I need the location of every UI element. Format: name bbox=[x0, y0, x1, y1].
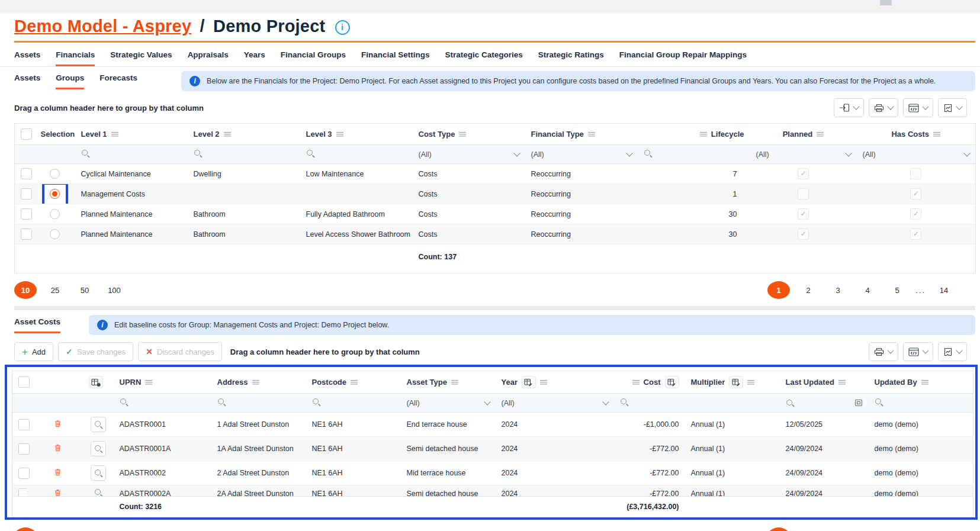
row-select-checkbox[interactable] bbox=[21, 188, 32, 199]
embed-code-button[interactable] bbox=[903, 342, 933, 361]
tab-asset-costs[interactable]: Asset Costs bbox=[14, 317, 60, 333]
delete-row-icon[interactable] bbox=[53, 443, 62, 452]
filter-level2[interactable] bbox=[188, 145, 300, 164]
header-filter-icon[interactable] bbox=[459, 131, 466, 137]
table-row-clipped[interactable]: ADASTR0002A 2A Adal Street Dunston NE1 6… bbox=[12, 485, 973, 497]
table-row-selected[interactable]: Management Costs Costs Reoccurring 1 ✓ bbox=[15, 184, 976, 204]
header-filter-icon[interactable] bbox=[700, 131, 707, 137]
row-select-checkbox[interactable] bbox=[21, 208, 32, 220]
column-header-multiplier[interactable]: Multiplier bbox=[685, 371, 780, 394]
page-size-10[interactable]: 10 bbox=[14, 281, 37, 299]
page-size-100[interactable]: 100 bbox=[103, 527, 126, 531]
column-header-updated-by[interactable]: Updated By bbox=[869, 371, 973, 394]
page-5[interactable]: 5 bbox=[886, 281, 908, 299]
batch-edit-icon[interactable] bbox=[729, 376, 743, 388]
select-all-checkbox[interactable] bbox=[21, 128, 32, 140]
header-filter-icon[interactable] bbox=[747, 379, 754, 385]
batch-edit-icon[interactable] bbox=[522, 376, 536, 388]
tab-strategic-values[interactable]: Strategic Values bbox=[110, 50, 172, 66]
filter-financial-type[interactable]: (All) bbox=[525, 145, 638, 164]
page-last[interactable]: 14 bbox=[933, 281, 955, 299]
page-3[interactable]: 3 bbox=[827, 527, 849, 531]
filter-year[interactable]: (All) bbox=[496, 394, 614, 413]
tab-appraisals[interactable]: Appraisals bbox=[188, 50, 229, 66]
tab-years[interactable]: Years bbox=[244, 50, 265, 66]
table-row[interactable]: Planned Maintenance Bathroom Fully Adapt… bbox=[15, 204, 976, 224]
tab-financial-group-repair-mappings[interactable]: Financial Group Repair Mappings bbox=[619, 50, 747, 66]
row-search-button[interactable] bbox=[91, 417, 106, 432]
column-header-cost-type[interactable]: Cost Type bbox=[413, 124, 525, 145]
row-select-checkbox[interactable] bbox=[18, 468, 30, 479]
delete-row-icon[interactable] bbox=[53, 488, 62, 496]
header-filter-icon[interactable] bbox=[933, 131, 940, 137]
row-select-checkbox[interactable] bbox=[18, 488, 27, 496]
page-4[interactable]: 4 bbox=[856, 281, 879, 299]
column-header-planned[interactable]: Planned bbox=[750, 124, 857, 145]
header-filter-icon[interactable] bbox=[252, 379, 259, 385]
grid-options-icon[interactable] bbox=[89, 376, 103, 388]
filter-level1[interactable] bbox=[75, 145, 188, 164]
delete-row-icon[interactable] bbox=[53, 419, 62, 428]
export-document-button[interactable] bbox=[938, 342, 967, 361]
filter-address[interactable] bbox=[211, 394, 306, 413]
search-icon[interactable] bbox=[94, 488, 102, 496]
subtab-forecasts[interactable]: Forecasts bbox=[99, 73, 137, 89]
page-1[interactable]: 1 bbox=[767, 527, 790, 531]
horizontal-scrollbar-thumb[interactable] bbox=[880, 0, 892, 5]
column-header-address[interactable]: Address bbox=[211, 371, 306, 394]
header-filter-icon[interactable] bbox=[838, 379, 846, 385]
model-breadcrumb-link[interactable]: Demo Model - Asprey bbox=[14, 17, 191, 36]
column-header-level3[interactable]: Level 3 bbox=[300, 124, 413, 145]
table-row[interactable]: Cyclical Maintenance Dwelling Low Mainte… bbox=[15, 164, 976, 184]
filter-uprn[interactable] bbox=[114, 394, 211, 413]
filter-level3[interactable] bbox=[300, 145, 413, 164]
row-select-checkbox[interactable] bbox=[18, 419, 30, 430]
print-button[interactable] bbox=[869, 342, 898, 361]
column-header-cost[interactable]: Cost bbox=[614, 371, 685, 394]
row-selection-radio[interactable] bbox=[50, 169, 60, 179]
page-1[interactable]: 1 bbox=[767, 281, 790, 299]
table-row[interactable]: Planned Maintenance Bathroom Level Acces… bbox=[15, 224, 976, 244]
tab-assets[interactable]: Assets bbox=[14, 50, 40, 66]
row-selection-radio-selected[interactable] bbox=[50, 189, 60, 199]
embed-code-button[interactable] bbox=[903, 98, 933, 117]
filter-last-updated[interactable] bbox=[780, 394, 869, 413]
header-filter-icon[interactable] bbox=[817, 131, 824, 137]
filter-asset-type[interactable]: (All) bbox=[401, 394, 496, 413]
filter-planned[interactable]: (All) bbox=[750, 145, 857, 164]
section-splitter[interactable] bbox=[14, 306, 975, 310]
page-size-10[interactable]: 10 bbox=[14, 527, 37, 531]
page-size-25[interactable]: 25 bbox=[44, 281, 66, 299]
add-button[interactable]: Add bbox=[14, 342, 53, 361]
group-by-drop-area[interactable]: Drag a column header here to group by th… bbox=[230, 347, 420, 356]
column-header-level1[interactable]: Level 1 bbox=[75, 124, 188, 145]
tab-financials[interactable]: Financials bbox=[56, 50, 95, 66]
subtab-groups[interactable]: Groups bbox=[56, 73, 84, 89]
filter-lifecycle[interactable] bbox=[638, 145, 750, 164]
delete-row-icon[interactable] bbox=[53, 468, 62, 477]
header-filter-icon[interactable] bbox=[145, 379, 152, 385]
page-5[interactable]: 5 bbox=[886, 527, 908, 531]
row-select-checkbox[interactable] bbox=[18, 443, 30, 455]
batch-edit-icon[interactable] bbox=[665, 376, 679, 388]
export-document-button[interactable] bbox=[938, 98, 967, 117]
page-size-25[interactable]: 25 bbox=[44, 527, 66, 531]
column-header-lifecycle[interactable]: Lifecycle bbox=[638, 124, 750, 145]
page-size-50[interactable]: 50 bbox=[73, 281, 96, 299]
column-header-postcode[interactable]: Postcode bbox=[306, 371, 401, 394]
page-2[interactable]: 2 bbox=[797, 527, 820, 531]
group-by-drop-area[interactable]: Drag a column header here to group by th… bbox=[14, 104, 204, 112]
header-filter-icon[interactable] bbox=[588, 131, 595, 137]
page-2[interactable]: 2 bbox=[797, 281, 820, 299]
column-header-asset-type[interactable]: Asset Type bbox=[401, 371, 496, 394]
header-filter-icon[interactable] bbox=[921, 379, 928, 385]
column-header-year[interactable]: Year bbox=[496, 371, 614, 394]
header-filter-icon[interactable] bbox=[351, 379, 358, 385]
page-size-50[interactable]: 50 bbox=[73, 527, 96, 531]
header-filter-icon[interactable] bbox=[540, 379, 547, 385]
row-search-button[interactable] bbox=[91, 441, 106, 456]
save-changes-button[interactable]: Save changes bbox=[58, 342, 133, 361]
page-4[interactable]: 4 bbox=[856, 527, 879, 531]
discard-changes-button[interactable]: Discard changes bbox=[138, 342, 222, 361]
column-header-level2[interactable]: Level 2 bbox=[188, 124, 300, 145]
